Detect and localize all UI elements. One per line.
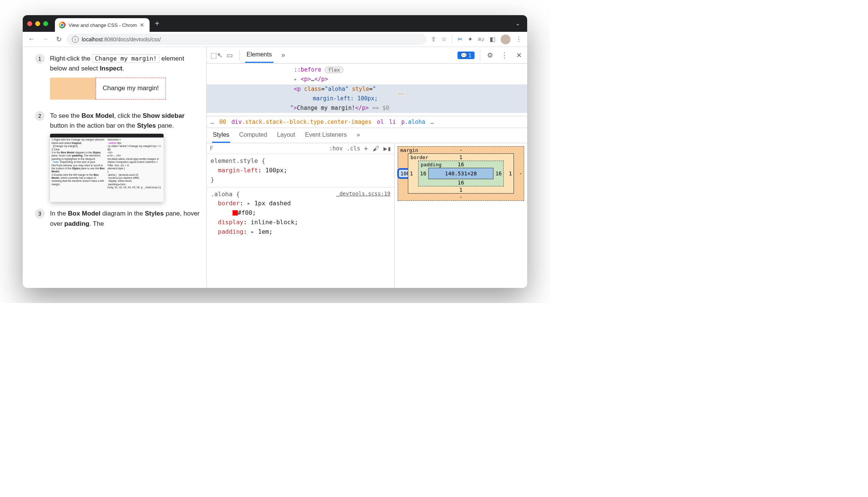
more-tabs-icon[interactable]: » bbox=[279, 51, 288, 59]
tab-elements[interactable]: Elements bbox=[245, 47, 273, 63]
crumb-ol[interactable]: ol bbox=[377, 119, 384, 125]
step1-text: Right-click the bbox=[50, 55, 92, 62]
styles-filter-input[interactable] bbox=[210, 145, 325, 152]
new-tab-button[interactable]: + bbox=[155, 19, 159, 28]
forward-button[interactable]: → bbox=[39, 35, 51, 43]
crumbs-overflow-left[interactable]: … bbox=[211, 119, 214, 125]
dom-ellipsis-gutter[interactable]: ⋯ bbox=[396, 91, 406, 97]
crumbs-overflow-right[interactable]: … bbox=[431, 119, 434, 125]
content-area: 1 Right-click the Change my margin! elem… bbox=[23, 47, 527, 288]
step-num: 3 bbox=[35, 209, 45, 219]
close-window[interactable] bbox=[27, 21, 32, 26]
step-3: 3 In the Box Model diagram in the Styles… bbox=[35, 209, 200, 229]
maximize-window[interactable] bbox=[43, 21, 48, 26]
crumb-div[interactable]: div.stack.stack--block.type.center-image… bbox=[231, 119, 372, 125]
dom-tree[interactable]: ::before flex ▸ <p>…</p> <p class="aloha… bbox=[207, 64, 527, 116]
demo-element[interactable]: Change my margin! bbox=[95, 78, 166, 100]
omnibox[interactable]: i localhost:8080/docs/devtools/css/ bbox=[67, 34, 426, 45]
close-devtools-icon[interactable]: ✕ bbox=[514, 51, 523, 59]
hov-toggle[interactable]: :hov bbox=[329, 145, 343, 152]
content-dimensions[interactable]: 140.531×28 bbox=[428, 168, 493, 179]
issues-badge[interactable]: 💬 1 bbox=[457, 52, 475, 59]
tabs-dropdown-icon[interactable]: ⌄ bbox=[515, 20, 520, 27]
browser-window: View and change CSS - Chrom ✕ + ⌄ ← → ↻ … bbox=[23, 15, 527, 288]
subtab-more-icon[interactable]: » bbox=[356, 128, 361, 143]
bookmark-icon[interactable]: ☆ bbox=[441, 36, 446, 43]
sidebar-toggle-icon[interactable]: ▶▮ bbox=[384, 145, 391, 152]
chrome-icon bbox=[59, 22, 66, 28]
side-panel-icon[interactable]: ◧ bbox=[490, 36, 495, 43]
style-rules[interactable]: element.style { margin-left: 100px; } .a… bbox=[207, 154, 394, 239]
reading-list-icon[interactable]: ≡♪ bbox=[478, 36, 484, 43]
subtab-event-listeners[interactable]: Event Listeners bbox=[304, 128, 347, 143]
device-toggle-icon[interactable]: ▭ bbox=[225, 51, 234, 59]
subtab-styles[interactable]: Styles bbox=[212, 128, 230, 143]
back-button[interactable]: ← bbox=[26, 35, 37, 43]
url-text: localhost:8080/docs/devtools/css/ bbox=[82, 36, 161, 42]
code-pill: Change my margin! bbox=[92, 54, 159, 63]
inspect-icon[interactable]: ⬚↖ bbox=[211, 51, 220, 59]
minimize-window[interactable] bbox=[35, 21, 40, 26]
share-icon[interactable]: ⇪ bbox=[431, 36, 436, 43]
reload-button[interactable]: ↻ bbox=[53, 35, 64, 44]
selected-dom-node[interactable]: <p class="aloha" style=" bbox=[207, 84, 527, 94]
breadcrumbs[interactable]: … 00 div.stack.stack--block.type.center-… bbox=[207, 116, 527, 128]
source-link[interactable]: _devtools.scss:19 bbox=[336, 190, 390, 198]
subtab-computed[interactable]: Computed bbox=[239, 128, 268, 143]
flex-badge[interactable]: flex bbox=[325, 67, 343, 73]
divider bbox=[452, 35, 452, 44]
devtools-toolbar: ⬚↖ ▭ Elements » 💬 1 ⚙ ⋮ ✕ bbox=[207, 47, 527, 64]
brush-icon[interactable]: 🖌 bbox=[373, 145, 379, 152]
tab-title: View and change CSS - Chrom bbox=[69, 22, 137, 28]
devtools-pane: ⬚↖ ▭ Elements » 💬 1 ⚙ ⋮ ✕ ⋯ ::before fle… bbox=[206, 47, 527, 288]
url-toolbar: ← → ↻ i localhost:8080/docs/devtools/css… bbox=[23, 32, 527, 47]
site-info-icon[interactable]: i bbox=[72, 36, 79, 43]
toolbar-icons: ⇪ ☆ ✂ ✦ ≡♪ ◧ ⋮ bbox=[429, 34, 524, 44]
kebab-icon[interactable]: ⋮ bbox=[500, 51, 509, 59]
settings-icon[interactable]: ⚙ bbox=[486, 51, 495, 59]
crumb-li[interactable]: li bbox=[389, 119, 396, 125]
margin-highlight bbox=[50, 78, 95, 100]
extensions-icon[interactable]: ✦ bbox=[468, 36, 473, 43]
step-1: 1 Right-click the Change my margin! elem… bbox=[35, 54, 200, 104]
add-rule-icon[interactable]: + bbox=[364, 145, 368, 152]
step-2: 2 To see the Box Model, click the Show s… bbox=[35, 111, 200, 202]
menu-icon[interactable]: ⋮ bbox=[516, 36, 522, 43]
crumb-p[interactable]: p.aloha bbox=[401, 119, 425, 125]
screenshot-thumbnail: 1 Right-click the Change my margin! elem… bbox=[50, 134, 164, 202]
box-model[interactable]: margin - - 100 - border 1 1 1 1 paddin bbox=[395, 143, 527, 288]
page-pane: 1 Right-click the Change my margin! elem… bbox=[23, 47, 206, 288]
tab-close-icon[interactable]: ✕ bbox=[140, 22, 144, 28]
pseudo-before[interactable]: ::before bbox=[294, 66, 321, 73]
styles-subtabs: Styles Computed Layout Event Listeners » bbox=[207, 128, 527, 143]
scissors-icon[interactable]: ✂ bbox=[457, 36, 462, 43]
window-controls bbox=[27, 21, 48, 26]
title-bar: View and change CSS - Chrom ✕ + ⌄ bbox=[23, 15, 527, 32]
browser-tab[interactable]: View and change CSS - Chrom ✕ bbox=[55, 18, 150, 32]
step-num: 2 bbox=[35, 111, 45, 121]
color-swatch[interactable] bbox=[233, 210, 238, 216]
profile-avatar[interactable] bbox=[501, 34, 510, 44]
step-num: 1 bbox=[35, 54, 45, 64]
styles-filter-row: :hov .cls + 🖌 ▶▮ bbox=[207, 143, 394, 154]
subtab-layout[interactable]: Layout bbox=[276, 128, 296, 143]
cls-toggle[interactable]: .cls bbox=[347, 145, 360, 152]
